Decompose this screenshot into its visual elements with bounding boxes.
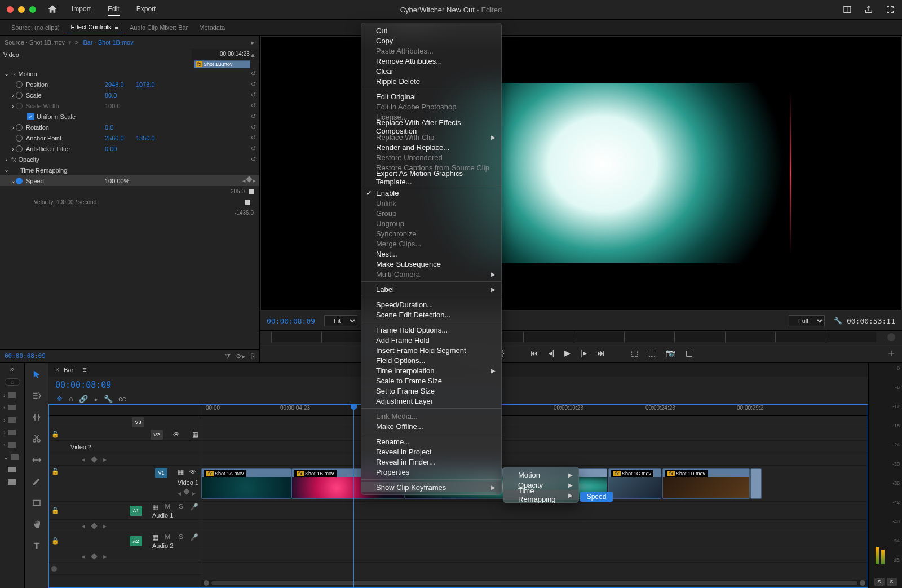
eye-icon[interactable]: 👁 — [189, 468, 196, 476]
menu-item[interactable]: Reveal in Project — [361, 446, 501, 457]
stopwatch-icon[interactable] — [16, 145, 23, 152]
menu-item[interactable]: Time Interpolation▶ — [361, 365, 501, 375]
anchor-x[interactable]: 2560.0 — [105, 135, 136, 142]
comparison-icon[interactable]: ◫ — [686, 348, 693, 357]
menu-item[interactable]: Properties — [361, 467, 501, 477]
add-kf-icon[interactable] — [183, 488, 189, 494]
home-icon[interactable] — [47, 4, 58, 16]
mic-icon[interactable]: 🎤 — [190, 533, 198, 541]
menu-item[interactable]: Rename... — [361, 436, 501, 446]
rectangle-tool[interactable] — [30, 496, 43, 510]
track-v3-target[interactable]: V3 — [132, 417, 144, 427]
lock-icon[interactable]: 🔓 — [51, 468, 59, 475]
menu-item[interactable]: Copy — [361, 36, 501, 46]
effect-ruler[interactable]: 00:00:14:23 — [192, 49, 259, 60]
menu-item[interactable]: Show Clip Keyframes▶ — [361, 482, 501, 492]
menu-export[interactable]: Export — [136, 3, 156, 16]
reset-icon[interactable]: ↺ — [251, 156, 256, 163]
menu-item[interactable]: Replace With After Effects Composition — [361, 122, 501, 132]
close-window[interactable] — [7, 6, 14, 13]
timeline-clip[interactable] — [750, 468, 762, 499]
eye-icon[interactable]: 👁 — [173, 431, 180, 439]
menu-item[interactable]: Insert Frame Hold Segment — [361, 345, 501, 355]
film-icon[interactable]: ▦ — [192, 431, 198, 439]
button-editor-icon[interactable]: ＋ — [886, 346, 896, 360]
position-y[interactable]: 1073.0 — [136, 81, 167, 88]
twirl-opacity[interactable]: › — [3, 156, 9, 163]
menu-item[interactable]: Speed/Duration... — [361, 299, 501, 310]
effect-clip-bar[interactable]: fx Shot 1B.mov — [194, 60, 250, 68]
project-expand-icon[interactable]: » — [0, 363, 24, 374]
settings-icon[interactable]: 🔧 — [104, 395, 113, 403]
razor-tool[interactable] — [30, 432, 43, 445]
scale-val[interactable]: 80.0 — [105, 92, 136, 99]
add-keyframe-icon[interactable] — [246, 176, 252, 182]
menu-item[interactable]: Make Offline... — [361, 421, 501, 431]
project-item[interactable] — [0, 463, 24, 476]
project-item[interactable]: › — [0, 389, 24, 401]
prev-kf-icon[interactable]: ◂ — [178, 489, 181, 497]
add-kf-icon[interactable] — [91, 456, 97, 462]
speed-val[interactable]: 100.00% — [105, 178, 136, 184]
play-icon[interactable]: ▶ — [564, 348, 571, 357]
zoom-out-handle[interactable] — [204, 580, 209, 586]
magnet-icon[interactable]: ∩ — [68, 395, 73, 403]
sequence-tab[interactable]: Bar — [59, 365, 78, 374]
anchor-y[interactable]: 1350.0 — [136, 135, 167, 142]
stopwatch-active-icon[interactable] — [16, 178, 23, 184]
menu-item[interactable]: Add Frame Hold — [361, 335, 501, 345]
share-icon[interactable] — [864, 5, 874, 15]
tab-effect-controls[interactable]: Effect Controls≡ — [65, 21, 124, 33]
menu-item[interactable]: Scene Edit Detection... — [361, 310, 501, 320]
resolution-dropdown[interactable]: Full — [789, 315, 825, 326]
ripple-edit-tool[interactable] — [30, 410, 43, 424]
pen-tool[interactable] — [30, 475, 43, 488]
twirl-remap[interactable]: ⌄ — [3, 166, 9, 174]
context-submenu[interactable]: Motion▶Opacity▶Time Remapping▶ — [503, 467, 579, 503]
menu-item[interactable]: Edit Original — [361, 91, 501, 101]
reset-icon[interactable]: ↺ — [251, 123, 256, 131]
zoom-scrollbar[interactable] — [211, 581, 857, 585]
twirl[interactable]: › — [10, 124, 16, 131]
twirl[interactable]: › — [10, 145, 16, 152]
next-keyframe-icon[interactable]: ▸ — [253, 177, 256, 184]
menu-item[interactable]: Time Remapping▶ — [503, 490, 578, 500]
next-kf-icon[interactable]: ▸ — [103, 456, 107, 463]
track-select-tool[interactable] — [30, 389, 43, 403]
timeline-clip[interactable]: fxShot 1C.mov — [608, 468, 661, 499]
play-around-icon[interactable]: ⟳▸ — [236, 352, 245, 360]
prev-kf-icon[interactable]: ◂ — [82, 456, 85, 463]
slip-tool[interactable] — [30, 453, 43, 467]
tab-audio-mixer[interactable]: Audio Clip Mixer: Bar — [124, 22, 193, 33]
twirl[interactable]: › — [10, 92, 16, 99]
keyframe-marker[interactable] — [249, 189, 254, 194]
menu-item[interactable]: Make Subsequence — [361, 259, 501, 269]
export-frame-icon[interactable]: 📷 — [666, 348, 675, 357]
solo-button[interactable]: S — [176, 503, 185, 511]
filter-icon[interactable]: ⧩ — [225, 352, 231, 360]
reset-icon[interactable]: ↺ — [251, 91, 256, 99]
export-frame-icon[interactable]: ⎘ — [251, 352, 255, 360]
uniform-scale-checkbox[interactable]: ✓ — [27, 113, 34, 120]
menu-item[interactable]: Set to Frame Size — [361, 386, 501, 396]
menu-item[interactable]: Scale to Frame Size — [361, 375, 501, 386]
source-crumb-right[interactable]: Bar · Shot 1B.mov — [83, 39, 133, 46]
mute-button[interactable]: M — [163, 533, 172, 541]
zoom-handle-icon[interactable] — [51, 566, 57, 572]
prev-keyframe-icon[interactable]: ◂ — [242, 177, 246, 184]
frame-fwd-icon[interactable]: |▸ — [581, 348, 587, 357]
timeline-playhead[interactable] — [353, 405, 354, 587]
mark-out-icon[interactable]: } — [502, 348, 505, 357]
lift-icon[interactable]: ⬚ — [631, 348, 638, 357]
project-item[interactable]: › — [0, 401, 24, 414]
menu-item[interactable]: ✓Enable — [361, 188, 501, 198]
snap-icon[interactable]: ※ — [56, 395, 63, 403]
stopwatch-icon[interactable] — [16, 92, 23, 99]
reset-icon[interactable]: ↺ — [251, 70, 256, 77]
track-a1-target[interactable]: A1 — [130, 506, 142, 516]
stopwatch-icon[interactable] — [16, 135, 23, 142]
speed-submenu-item[interactable]: Speed — [580, 492, 613, 502]
menu-item[interactable]: Ripple Delete — [361, 76, 501, 86]
fullscreen-icon[interactable] — [885, 5, 895, 15]
keyframe-marker[interactable] — [245, 200, 250, 205]
